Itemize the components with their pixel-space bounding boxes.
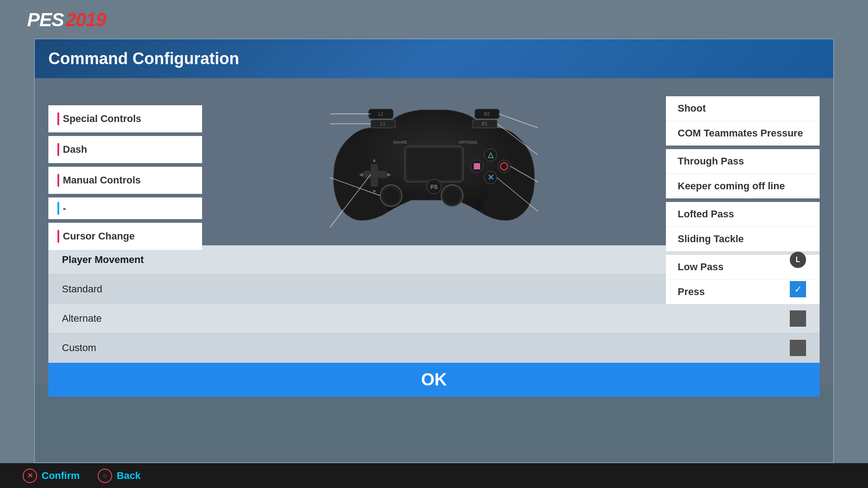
- right-label-keeper: Keeper coming off line: [678, 180, 785, 192]
- svg-text:✕: ✕: [487, 173, 494, 182]
- list-row-alternate[interactable]: Alternate: [48, 304, 820, 333]
- list-row-custom[interactable]: Custom: [48, 333, 820, 363]
- main-dialog: Command Configuration Special Controls D…: [34, 38, 834, 463]
- right-labels: Shoot COM Teammates Pressure Through Pas…: [666, 96, 820, 308]
- player-movement-label: Player Movement: [62, 254, 144, 266]
- label-cursor-change-text: Cursor Change: [63, 230, 135, 242]
- back-label: Back: [117, 470, 141, 482]
- bottom-bar: ✕ Confirm ○ Back: [0, 463, 868, 488]
- logo: PES 2019: [27, 9, 106, 31]
- indicator-red: [57, 113, 59, 125]
- left-labels: Special Controls Dash Manual Controls - …: [48, 105, 202, 250]
- indicator-red: [57, 143, 59, 156]
- logo-year: 2019: [66, 9, 106, 31]
- indicator-red: [57, 174, 59, 187]
- circle-button-icon: ○: [98, 469, 112, 483]
- right-label-low-pass: Low Pass: [678, 261, 723, 273]
- right-label-press: Press: [678, 286, 705, 298]
- svg-text:R1: R1: [482, 122, 488, 127]
- right-item-through-pass[interactable]: Through Pass: [666, 149, 820, 174]
- label-special-controls[interactable]: Special Controls: [48, 105, 202, 132]
- dialog-header: Command Configuration: [35, 39, 833, 78]
- right-label-com-pressure: COM Teammates Pressure: [678, 127, 803, 139]
- logo-pes: PES: [27, 9, 64, 31]
- label-dash-sub[interactable]: -: [48, 197, 202, 219]
- controller-area: Special Controls Dash Manual Controls - …: [48, 87, 820, 245]
- custom-checkbox[interactable]: [790, 340, 806, 356]
- label-special-controls-text: Special Controls: [63, 113, 142, 125]
- right-label-through-pass: Through Pass: [678, 155, 744, 167]
- svg-text:PS: PS: [430, 184, 438, 190]
- svg-text:▲: ▲: [372, 157, 377, 163]
- controller-image: SHARE OPTIONS PS L2 R2 L1 R1: [326, 92, 542, 236]
- dialog-content: Special Controls Dash Manual Controls - …: [35, 78, 833, 384]
- controller-wrapper: SHARE OPTIONS PS L2 R2 L1 R1: [202, 92, 666, 236]
- ok-button[interactable]: OK: [48, 363, 820, 397]
- right-item-shoot[interactable]: Shoot: [666, 96, 820, 121]
- label-manual-controls[interactable]: Manual Controls: [48, 167, 202, 194]
- right-label-shoot: Shoot: [678, 103, 706, 114]
- alternate-label: Alternate: [62, 313, 102, 324]
- right-label-lofted-pass: Lofted Pass: [678, 208, 734, 220]
- right-group-3: Lofted Pass Sliding Tackle: [666, 202, 820, 251]
- svg-text:OPTIONS: OPTIONS: [459, 140, 477, 145]
- svg-rect-15: [364, 171, 387, 178]
- dialog-title: Command Configuration: [48, 49, 239, 68]
- right-group-1: Shoot COM Teammates Pressure: [666, 96, 820, 145]
- svg-text:L1: L1: [380, 122, 386, 127]
- confirm-action[interactable]: ✕ Confirm: [23, 469, 80, 483]
- confirm-label: Confirm: [42, 470, 80, 482]
- standard-checkbox[interactable]: ✓: [790, 281, 806, 297]
- svg-text:R2: R2: [484, 112, 490, 117]
- right-item-sliding-tackle[interactable]: Sliding Tackle: [666, 227, 820, 251]
- indicator-red: [57, 230, 59, 243]
- label-dash-text: Dash: [63, 144, 87, 155]
- right-item-com-pressure[interactable]: COM Teammates Pressure: [666, 121, 820, 145]
- right-label-sliding-tackle: Sliding Tackle: [678, 233, 744, 245]
- svg-rect-1: [407, 148, 461, 180]
- stick-icon-L: L: [790, 252, 806, 268]
- svg-point-21: [383, 188, 399, 204]
- svg-point-23: [444, 188, 460, 204]
- svg-text:L2: L2: [378, 112, 383, 117]
- right-group-2: Through Pass Keeper coming off line: [666, 149, 820, 198]
- svg-text:▶: ▶: [387, 171, 392, 178]
- custom-label: Custom: [62, 342, 96, 354]
- label-dash-sub-text: -: [63, 202, 66, 214]
- standard-label: Standard: [62, 283, 102, 295]
- cross-button-icon: ✕: [23, 469, 37, 483]
- right-item-keeper[interactable]: Keeper coming off line: [666, 174, 820, 198]
- svg-rect-27: [474, 163, 480, 169]
- label-dash[interactable]: Dash: [48, 136, 202, 163]
- svg-text:◀: ◀: [359, 171, 363, 178]
- svg-text:SHARE: SHARE: [393, 140, 407, 145]
- right-item-lofted-pass[interactable]: Lofted Pass: [666, 202, 820, 227]
- label-cursor-change[interactable]: Cursor Change: [48, 223, 202, 250]
- label-manual-controls-text: Manual Controls: [63, 174, 141, 186]
- svg-text:△: △: [487, 151, 494, 159]
- back-action[interactable]: ○ Back: [98, 469, 141, 483]
- svg-line-36: [499, 114, 538, 128]
- svg-point-28: [498, 160, 510, 173]
- alternate-checkbox[interactable]: [790, 310, 806, 327]
- indicator-blue: [57, 202, 59, 215]
